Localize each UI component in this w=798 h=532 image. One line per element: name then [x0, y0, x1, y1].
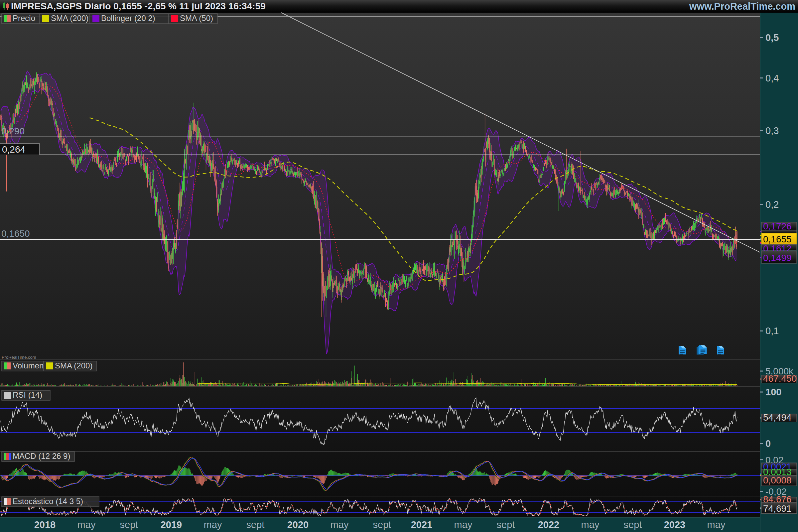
- svg-text:may: may: [581, 519, 600, 530]
- svg-text:may: may: [707, 519, 725, 530]
- svg-text:2021: 2021: [411, 519, 433, 530]
- svg-text:MACD (12 26 9): MACD (12 26 9): [13, 452, 70, 460]
- svg-text:sept: sept: [246, 519, 265, 530]
- svg-text:Volumen: Volumen: [13, 361, 43, 370]
- svg-text:Bollinger (20 2): Bollinger (20 2): [101, 14, 155, 23]
- svg-text:Precio: Precio: [13, 14, 35, 23]
- svg-text:2023: 2023: [664, 519, 686, 530]
- svg-text:SMA (200): SMA (200): [51, 14, 89, 23]
- svg-text:sept: sept: [120, 519, 138, 530]
- svg-text:may: may: [454, 519, 473, 530]
- svg-text:sept: sept: [624, 519, 642, 530]
- svg-text:0,290: 0,290: [1, 126, 25, 136]
- svg-text:RSI (14): RSI (14): [13, 391, 42, 399]
- svg-text:0,1726: 0,1726: [763, 221, 792, 231]
- svg-text:Estocástico (14 3 5): Estocástico (14 3 5): [13, 497, 83, 506]
- svg-text:ProRealTime.com: ProRealTime.com: [2, 355, 36, 360]
- svg-text:sept: sept: [497, 519, 515, 530]
- svg-text:0,1655: 0,1655: [763, 234, 792, 244]
- svg-text:may: may: [204, 519, 222, 530]
- svg-text:467.450: 467.450: [763, 374, 797, 384]
- svg-text:0,1650: 0,1650: [1, 228, 30, 239]
- svg-text:may: may: [77, 519, 96, 530]
- svg-text:SMA (50): SMA (50): [180, 14, 213, 23]
- svg-text:100: 100: [765, 387, 781, 397]
- svg-text:0,2: 0,2: [765, 199, 779, 210]
- svg-text:0,0008: 0,0008: [763, 475, 792, 486]
- svg-text:0,4: 0,4: [765, 73, 779, 83]
- svg-text:2019: 2019: [160, 519, 182, 530]
- svg-text:0,3: 0,3: [765, 125, 779, 136]
- svg-text:0,1: 0,1: [765, 325, 779, 336]
- svg-text:74,691: 74,691: [763, 504, 792, 514]
- svg-text:54,494: 54,494: [763, 412, 792, 423]
- svg-text:0,264: 0,264: [2, 144, 25, 155]
- svg-text:0,1499: 0,1499: [763, 253, 792, 263]
- svg-text:2022: 2022: [538, 519, 559, 530]
- svg-text:2018: 2018: [34, 519, 56, 530]
- svg-text:0,5: 0,5: [765, 32, 779, 43]
- svg-text:SMA (200): SMA (200): [55, 361, 92, 370]
- svg-text:sept: sept: [373, 519, 391, 530]
- svg-text:0: 0: [765, 438, 771, 449]
- svg-text:IMPRESA,SGPS Diario 0,1655 -2,: IMPRESA,SGPS Diario 0,1655 -2,65 % 11 ju…: [11, 1, 266, 11]
- svg-text:2020: 2020: [287, 519, 309, 530]
- svg-text:may: may: [330, 519, 349, 530]
- svg-text:www.ProRealTime.com: www.ProRealTime.com: [689, 1, 795, 12]
